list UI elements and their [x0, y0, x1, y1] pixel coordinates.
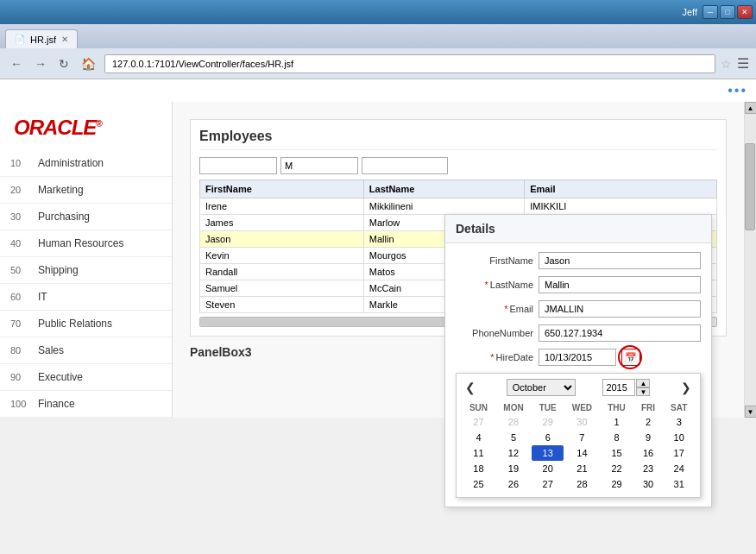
- calendar-day[interactable]: 13: [532, 445, 564, 461]
- calendar-day[interactable]: 1: [600, 414, 633, 430]
- hiredate-label: *HireDate: [456, 352, 533, 362]
- calendar-button-highlight: [618, 345, 642, 369]
- hiredate-row: *HireDate 📅: [456, 349, 701, 366]
- scrollbar-up-button[interactable]: ▲: [745, 102, 757, 114]
- calendar-day[interactable]: 5: [495, 430, 532, 445]
- details-body: FirstName *LastName *Email PhoneNumber: [445, 243, 711, 507]
- calendar-day[interactable]: 21: [564, 461, 600, 476]
- calendar-day-header: WED: [564, 401, 600, 414]
- calendar-day[interactable]: 29: [532, 414, 564, 430]
- calendar-day[interactable]: 23: [633, 461, 664, 476]
- phone-input[interactable]: [539, 324, 701, 342]
- calendar-day[interactable]: 31: [663, 476, 695, 492]
- calendar-day[interactable]: 4: [462, 430, 495, 445]
- tab-close-icon[interactable]: ✕: [61, 35, 68, 44]
- vertical-scrollbar[interactable]: ▲ ▼: [744, 102, 756, 418]
- calendar-day[interactable]: 16: [633, 445, 664, 461]
- calendar-picker-button[interactable]: 📅: [621, 349, 640, 366]
- menu-button[interactable]: ☰: [737, 55, 749, 72]
- calendar-day[interactable]: 28: [564, 476, 600, 492]
- sidebar-item-finance[interactable]: 100 Finance: [0, 391, 172, 418]
- calendar-day[interactable]: 26: [495, 476, 532, 492]
- maximize-button[interactable]: □: [720, 5, 735, 19]
- calendar-day-header: FRI: [633, 401, 664, 414]
- calendar-day[interactable]: 28: [495, 414, 532, 430]
- calendar-day[interactable]: 27: [462, 414, 495, 430]
- email-row: *Email: [456, 300, 701, 318]
- calendar-day[interactable]: 29: [600, 476, 633, 492]
- employees-panel-title: Employees: [199, 129, 717, 150]
- hiredate-input[interactable]: [539, 349, 616, 366]
- address-input[interactable]: [104, 54, 715, 73]
- sidebar-item-purchasing[interactable]: 30 Purchasing: [0, 204, 172, 230]
- search-field-3[interactable]: [362, 157, 448, 174]
- user-label: Jeff: [682, 7, 697, 17]
- nav-num-70: 70: [10, 318, 31, 329]
- calendar-day[interactable]: 18: [462, 461, 495, 476]
- calendar-day[interactable]: 2: [633, 414, 664, 430]
- lastname-input[interactable]: [539, 276, 701, 293]
- calendar-day[interactable]: 30: [564, 414, 600, 430]
- sidebar-item-shipping[interactable]: 50 Shipping: [0, 257, 172, 284]
- reload-button[interactable]: ↻: [55, 55, 72, 72]
- sidebar-item-administration[interactable]: 10 Administration: [0, 150, 172, 177]
- home-button[interactable]: 🏠: [78, 55, 99, 72]
- calendar-day[interactable]: 25: [462, 476, 495, 492]
- sidebar-item-marketing[interactable]: 20 Marketing: [0, 177, 172, 204]
- search-field-2[interactable]: [280, 157, 358, 174]
- search-field-1[interactable]: [199, 157, 277, 174]
- calendar-day[interactable]: 12: [495, 445, 532, 461]
- sidebar-item-it[interactable]: 60 IT: [0, 284, 172, 311]
- sidebar-item-hr[interactable]: 40 Human Resources: [0, 230, 172, 257]
- phone-row: PhoneNumber: [456, 324, 701, 342]
- minimize-button[interactable]: ─: [702, 5, 718, 19]
- calendar-year-group: ▲ ▼: [602, 379, 650, 396]
- calendar-day[interactable]: 9: [633, 430, 664, 445]
- calendar-year-up-button[interactable]: ▲: [636, 379, 650, 387]
- scrollbar-down-button[interactable]: ▼: [745, 406, 757, 418]
- nav-num-90: 90: [10, 372, 31, 382]
- close-button[interactable]: ✕: [737, 5, 753, 19]
- calendar-day[interactable]: 27: [532, 476, 564, 492]
- scrollbar-track[interactable]: [745, 114, 757, 406]
- browser-tab[interactable]: 📄 HR.jsf ✕: [5, 29, 78, 48]
- nav-label-hr: Human Resources: [38, 237, 123, 249]
- calendar-day[interactable]: 14: [564, 445, 600, 461]
- table-row[interactable]: IreneMikkilineniIMIKKILI: [200, 198, 717, 215]
- calendar-day[interactable]: 10: [663, 430, 695, 445]
- email-input[interactable]: [539, 300, 701, 318]
- sidebar-item-executive[interactable]: 90 Executive: [0, 364, 172, 391]
- calendar-day[interactable]: 8: [600, 430, 633, 445]
- hiredate-required-mark: *: [490, 352, 494, 362]
- calendar-next-button[interactable]: ❯: [677, 379, 695, 396]
- calendar-day[interactable]: 6: [532, 430, 564, 445]
- sidebar-item-sales[interactable]: 80 Sales: [0, 337, 172, 364]
- sidebar-item-pr[interactable]: 70 Public Relations: [0, 311, 172, 337]
- sidebar: ORACLE® 10 Administration 20 Marketing 3…: [0, 102, 173, 418]
- calendar-day[interactable]: 7: [564, 430, 600, 445]
- calendar-month-select[interactable]: JanuaryFebruaryMarchAprilMayJuneJulyAugu…: [507, 379, 576, 396]
- calendar-day[interactable]: 15: [600, 445, 633, 461]
- calendar-day[interactable]: 19: [495, 461, 532, 476]
- nav-num-50: 50: [10, 265, 31, 275]
- calendar-year-down-button[interactable]: ▼: [636, 387, 650, 396]
- calendar-day[interactable]: 11: [462, 445, 495, 461]
- calendar-day[interactable]: 30: [633, 476, 664, 492]
- forward-button[interactable]: →: [31, 55, 50, 72]
- calendar-prev-button[interactable]: ❮: [462, 379, 479, 396]
- calendar-day[interactable]: 3: [663, 414, 695, 430]
- col-email: Email: [525, 180, 717, 198]
- calendar-day[interactable]: 17: [663, 445, 695, 461]
- browser-titlebar: Jeff ─ □ ✕: [0, 0, 756, 24]
- calendar-day[interactable]: 24: [663, 461, 695, 476]
- col-lastname: LastName: [363, 180, 524, 198]
- calendar-day[interactable]: 22: [600, 461, 633, 476]
- tab-page-icon: 📄: [15, 35, 25, 44]
- calendar-day[interactable]: 20: [532, 461, 564, 476]
- bookmark-button[interactable]: ☆: [721, 57, 732, 71]
- calendar-year-input[interactable]: [602, 379, 635, 396]
- back-button[interactable]: ←: [7, 55, 26, 72]
- firstname-input[interactable]: [539, 252, 701, 269]
- more-dots-icon[interactable]: •••: [728, 83, 747, 98]
- search-row: [199, 157, 717, 174]
